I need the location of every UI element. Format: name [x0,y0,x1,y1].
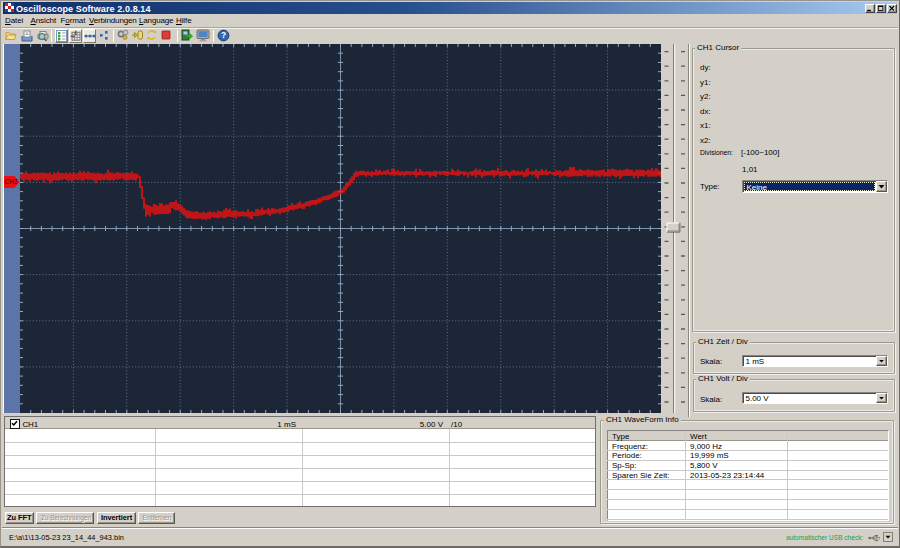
svg-text:?: ? [221,30,226,40]
